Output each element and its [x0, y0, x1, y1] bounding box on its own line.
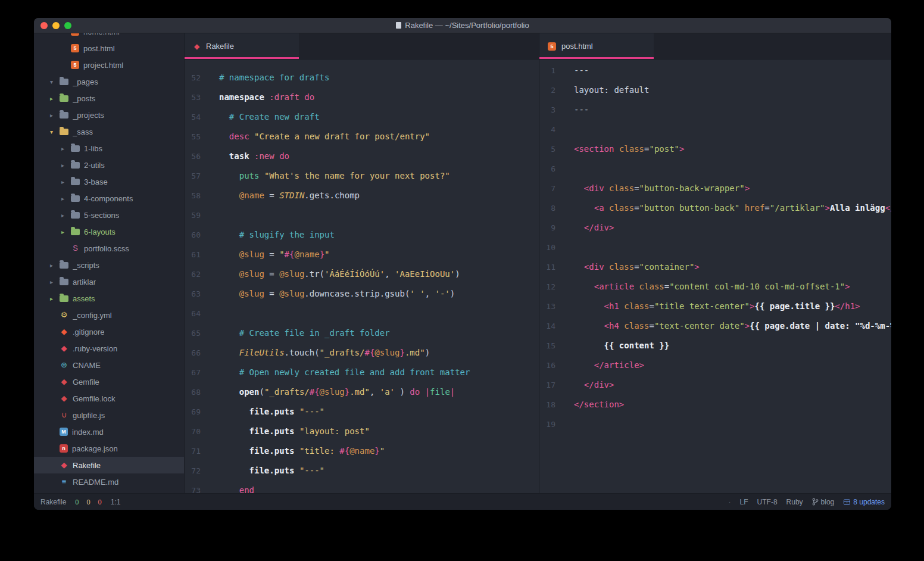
code-line[interactable]: @slug = "#{@name}": [219, 245, 539, 264]
chevron-right-icon[interactable]: ▸: [50, 95, 58, 102]
line-number[interactable]: 5: [539, 139, 555, 159]
code-line[interactable]: </article>: [574, 356, 891, 375]
code-line[interactable]: # slugify the input: [219, 225, 539, 245]
code-line[interactable]: </section>: [574, 395, 891, 414]
chevron-right-icon[interactable]: ▸: [50, 112, 58, 119]
line-number[interactable]: 11: [539, 257, 555, 277]
line-number[interactable]: 73: [185, 481, 201, 493]
line-number[interactable]: 66: [185, 343, 201, 363]
tree-item-assets[interactable]: ▸assets: [34, 290, 184, 307]
cursor-position[interactable]: 1:1: [111, 498, 121, 506]
tree-item-Gemfile.lock[interactable]: ◆Gemfile.lock: [34, 390, 184, 407]
code-line[interactable]: open("_drafts/#{@slug}.md", 'a' ) do |fi…: [219, 382, 539, 402]
code-line[interactable]: # Open newly created file and add front …: [219, 363, 539, 382]
line-number[interactable]: 9: [539, 218, 555, 238]
tree-item-Rakefile[interactable]: ◆Rakefile: [34, 457, 184, 473]
chevron-right-icon[interactable]: ▸: [50, 295, 58, 302]
code-line[interactable]: namespace :draft do: [219, 88, 539, 107]
line-number[interactable]: 17: [539, 375, 555, 395]
chevron-right-icon[interactable]: ▸: [61, 195, 70, 202]
tree-item-package.json[interactable]: npackage.json: [34, 440, 184, 457]
chevron-right-icon[interactable]: ▸: [50, 262, 58, 269]
tree-item-gulpfile.js[interactable]: ∪gulpfile.js: [34, 407, 184, 423]
tab-posthtml[interactable]: 5 post.html: [539, 33, 654, 59]
code-line[interactable]: FileUtils.touch("_drafts/#{@slug}.md"): [219, 343, 539, 363]
tree-item-portfolio.scss[interactable]: Sportfolio.scss: [34, 240, 184, 257]
tree-item-.gitignore[interactable]: ◆.gitignore: [34, 323, 184, 340]
line-number[interactable]: 61: [185, 245, 201, 264]
line-number[interactable]: 6: [539, 159, 555, 179]
line-number[interactable]: 10: [539, 238, 555, 257]
titlebar[interactable]: Rakefile — ~/Sites/Portfolio/portfolio: [34, 18, 891, 33]
tree-item-_projects[interactable]: ▸_projects: [34, 107, 184, 123]
code-line[interactable]: file.puts "---": [219, 402, 539, 422]
line-number[interactable]: 55: [185, 127, 201, 147]
tree-item-_posts[interactable]: ▸_posts: [34, 90, 184, 107]
tree-item-index.md[interactable]: Mindex.md: [34, 423, 184, 440]
chevron-down-icon[interactable]: ▾: [50, 129, 58, 135]
code-line[interactable]: <div class="container">: [574, 257, 891, 277]
line-number[interactable]: 12: [539, 277, 555, 297]
line-number[interactable]: 13: [539, 297, 555, 316]
language-indicator[interactable]: Ruby: [786, 498, 803, 506]
chevron-right-icon[interactable]: ▸: [61, 212, 70, 219]
tree-item-_pages[interactable]: ▾_pages: [34, 73, 184, 90]
chevron-right-icon[interactable]: ▸: [61, 145, 70, 152]
chevron-down-icon[interactable]: ▾: [50, 79, 58, 85]
line-number[interactable]: 56: [185, 147, 201, 166]
code-line[interactable]: ---: [574, 100, 891, 120]
code-line[interactable]: <h4 class="text-center date">{{ page.dat…: [574, 316, 891, 336]
line-number[interactable]: 58: [185, 186, 201, 205]
line-number[interactable]: 63: [185, 284, 201, 304]
line-number[interactable]: 1: [539, 61, 555, 80]
line-number[interactable]: 59: [185, 205, 201, 225]
code-line[interactable]: # Create file in _draft folder: [219, 323, 539, 343]
line-number[interactable]: 4: [539, 120, 555, 139]
updates-indicator[interactable]: 8 updates: [843, 498, 885, 506]
code-line[interactable]: file.puts "layout: post": [219, 422, 539, 441]
line-number[interactable]: 60: [185, 225, 201, 245]
code-line[interactable]: # Create new draft: [219, 107, 539, 127]
code-line[interactable]: @slug = @slug.tr('ÁáÉéÍíÓóÚú', 'AaEeIiOo…: [219, 264, 539, 284]
tree-item-3-base[interactable]: ▸3-base: [34, 173, 184, 190]
code-line[interactable]: @slug = @slug.downcase.strip.gsub(' ', '…: [219, 284, 539, 304]
tree-item-_config.yml[interactable]: ⚙_config.yml: [34, 307, 184, 323]
code-line[interactable]: # namespace for drafts: [219, 68, 539, 88]
line-number[interactable]: 62: [185, 264, 201, 284]
line-number[interactable]: 18: [539, 395, 555, 414]
code-line[interactable]: @name = STDIN.gets.chomp: [219, 186, 539, 205]
line-number[interactable]: 68: [185, 382, 201, 402]
tree-item-_scripts[interactable]: ▸_scripts: [34, 257, 184, 273]
tree-item-project.html[interactable]: 5project.html: [34, 57, 184, 73]
tree-item-post.html[interactable]: 5post.html: [34, 40, 184, 57]
line-number[interactable]: 64: [185, 304, 201, 323]
code-line[interactable]: end: [219, 481, 539, 493]
code-line[interactable]: file.puts "title: #{@name}": [219, 441, 539, 461]
chevron-right-icon[interactable]: ▸: [50, 279, 58, 285]
code-line[interactable]: [574, 159, 891, 179]
line-number[interactable]: 54: [185, 107, 201, 127]
tree-item-6-layouts[interactable]: ▸6-layouts: [34, 223, 184, 240]
line-number[interactable]: 65: [185, 323, 201, 343]
code-line[interactable]: <a class="button button-back" href="/art…: [574, 198, 891, 218]
tree-item-1-libs[interactable]: ▸1-libs: [34, 140, 184, 157]
line-number[interactable]: 16: [539, 356, 555, 375]
code-line[interactable]: layout: default: [574, 80, 891, 100]
code-line[interactable]: </div>: [574, 218, 891, 238]
tree-item-_sass[interactable]: ▾_sass: [34, 123, 184, 140]
tree-item-Gemfile[interactable]: ◆Gemfile: [34, 373, 184, 390]
tree-item-4-components[interactable]: ▸4-components: [34, 190, 184, 207]
code-line[interactable]: puts "What's the name for your next post…: [219, 166, 539, 186]
tree-item-.ruby-version[interactable]: ◆.ruby-version: [34, 340, 184, 357]
line-number[interactable]: 3: [539, 100, 555, 120]
line-number[interactable]: 15: [539, 336, 555, 356]
encoding-indicator[interactable]: UTF-8: [757, 498, 778, 506]
code-line[interactable]: ---: [574, 61, 891, 80]
code-line[interactable]: </div>: [574, 375, 891, 395]
line-number[interactable]: 7: [539, 179, 555, 198]
code-line[interactable]: file.puts "---": [219, 461, 539, 481]
line-number[interactable]: 72: [185, 461, 201, 481]
code-line[interactable]: [574, 414, 891, 434]
code-line[interactable]: {{ content }}: [574, 336, 891, 356]
code-line[interactable]: [219, 205, 539, 225]
